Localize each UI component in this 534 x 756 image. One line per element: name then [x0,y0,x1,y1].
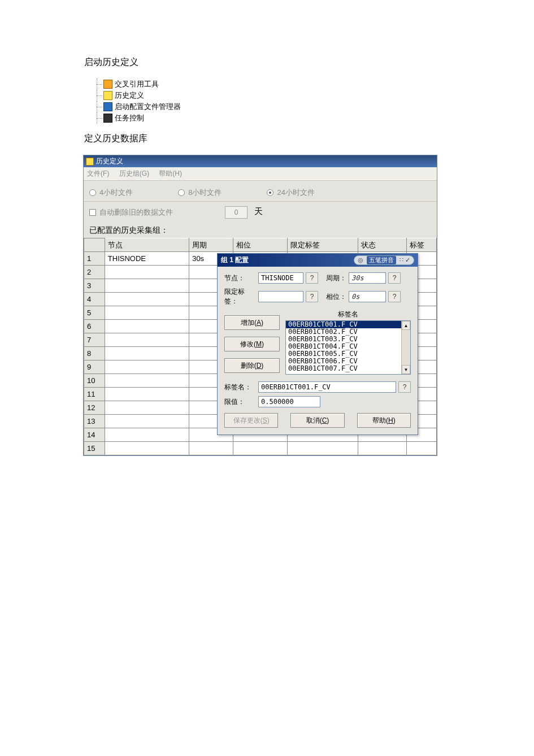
cancel-button[interactable]: 取消(C) [290,413,344,428]
node-input[interactable]: THISNODE [258,272,303,284]
dialog-title-bar[interactable]: 组 1 配置 ◎ 五笔拼音 ∷ ✓ [218,254,418,267]
row-number: 12 [84,401,105,415]
radio-24h[interactable]: 24小时文件 [267,188,314,198]
radio-icon [89,189,96,196]
limit-tag-help-button[interactable]: ? [306,291,318,302]
cell-node [105,279,189,293]
ime-name: 五笔拼音 [367,256,396,264]
col-status[interactable]: 状态 [358,238,406,252]
window-title: 历史定义 [96,157,123,166]
cell-node [105,442,189,455]
cell-node [105,401,189,415]
row-number: 10 [84,374,105,388]
phase-help-button[interactable]: ? [388,291,401,302]
row-number: 5 [84,306,105,320]
cell-node [105,374,189,388]
limitval-input[interactable]: 0.500000 [258,396,320,407]
tree-item-icon [103,114,112,123]
table-row[interactable]: 15 [84,442,437,455]
tree-connector-icon [93,112,103,124]
menu-help[interactable]: 帮助(H) [159,170,182,177]
tree-connector-icon [93,101,103,112]
tree-item-icon [103,102,112,111]
scroll-up-icon[interactable]: ▲ [402,321,410,330]
app-icon [86,158,94,166]
tree-item-label: 任务控制 [115,113,144,123]
radio-icon [267,189,273,196]
table-corner [84,238,105,252]
col-period[interactable]: 周期 [189,238,233,252]
tree-item[interactable]: 启动配置文件管理器 [93,101,534,112]
col-tags[interactable]: 标签 [406,238,436,252]
checkbox-auto-delete[interactable]: 自动删除旧的数据文件 [89,206,173,219]
ime-indicator[interactable]: ◎ 五笔拼音 ∷ ✓ [354,255,414,265]
list-item[interactable]: 00ERB01CT007.F_CV [286,365,401,372]
cell-period [189,442,233,455]
cell-node [105,320,189,333]
tree-item[interactable]: 历史定义 [93,90,534,101]
radio-24h-label: 24小时文件 [277,188,314,198]
heading-define-history-db: 定义历史数据库 [84,133,534,145]
dialog-title: 组 1 配置 [221,255,249,265]
period-help-button[interactable]: ? [388,272,401,284]
scroll-down-icon[interactable]: ▼ [402,365,410,374]
row-number: 9 [84,360,105,374]
radio-icon [178,189,185,196]
cell-tags [406,442,436,455]
menu-file[interactable]: 文件(F) [87,170,109,177]
save-button[interactable]: 保存更改(S) [224,413,278,428]
cell-status [358,442,406,455]
row-number: 8 [84,347,105,360]
help-button[interactable]: 帮助(H) [357,413,411,428]
col-phase[interactable]: 相位 [233,238,287,252]
group-config-dialog: 组 1 配置 ◎ 五笔拼音 ∷ ✓ 节点： THISNODE ? 周期： 30s [217,253,418,435]
row-number: 6 [84,320,105,333]
tree-item-label: 历史定义 [115,90,144,101]
tagname-input[interactable]: 00ERB01CT001.F_CV [258,381,396,393]
cell-phase [233,442,287,455]
phase-input[interactable]: 0s [349,291,386,302]
col-limit[interactable]: 限定标签 [288,238,358,252]
limit-tag-input[interactable] [258,291,303,302]
days-input[interactable]: 0 [225,206,248,219]
table-area: 节点 周期 相位 限定标签 状态 标签 1THISNODE30s0s激活1623… [84,238,437,455]
period-input[interactable]: 30s [349,272,386,284]
ime-prefix-icon: ◎ [357,257,364,264]
row-number: 15 [84,442,105,455]
days-label: 天 [254,206,263,219]
tagname-help-button[interactable]: ? [398,381,411,393]
tree-item-icon [103,91,112,100]
cell-node [105,388,189,401]
cell-node [105,293,189,306]
radio-4h-label: 4小时文件 [99,188,133,198]
row-number: 3 [84,279,105,293]
radio-8h[interactable]: 8小时文件 [178,188,222,198]
radio-4h[interactable]: 4小时文件 [89,188,133,198]
tree-item[interactable]: 任务控制 [93,112,534,124]
menu-bar: 文件(F) 历史组(G) 帮助(H) [84,167,437,181]
tag-listbox[interactable]: 00ERB01CT001.F_CV00ERB01CT002.F_CV00ERB0… [285,320,411,375]
add-button[interactable]: 增加(A) [224,315,280,330]
cell-node: THISNODE [105,252,189,266]
ime-suffix-icon: ∷ ✓ [398,257,411,264]
listbox-scrollbar[interactable]: ▲ ▼ [401,321,410,374]
cell-node [105,266,189,279]
configured-groups-label: 已配置的历史采集组： [84,222,437,238]
cell-node [105,428,189,442]
cell-node [105,415,189,428]
cell-node [105,360,189,374]
limit-tag-label: 限定标签： [224,287,256,306]
menu-group[interactable]: 历史组(G) [119,170,149,177]
cell-node [105,333,189,347]
period-label: 周期： [326,273,346,283]
modify-button[interactable]: 修改(M) [224,337,280,351]
checkbox-icon [89,209,96,216]
col-node[interactable]: 节点 [105,238,189,252]
tree-item-label: 交叉引用工具 [115,79,159,89]
delete-button[interactable]: 删除(D) [224,358,280,373]
file-duration-radios: 4小时文件 8小时文件 24小时文件 [84,181,437,202]
radio-8h-label: 8小时文件 [188,188,222,198]
auto-delete-label: 自动删除旧的数据文件 [99,207,173,218]
tree-item[interactable]: 交叉引用工具 [93,79,534,90]
node-help-button[interactable]: ? [306,272,318,284]
